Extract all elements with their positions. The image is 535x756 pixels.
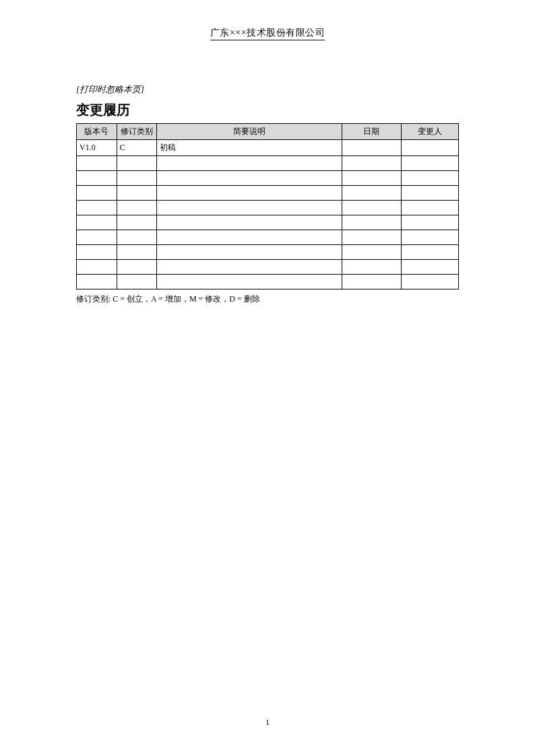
cell-summary [157, 201, 342, 215]
cell-version [77, 230, 117, 245]
cell-summary [157, 245, 342, 260]
cell-version [77, 201, 117, 215]
cell-owner [401, 171, 458, 186]
cell-revtype [117, 275, 157, 289]
cell-owner [401, 275, 458, 289]
cell-summary [157, 215, 342, 230]
cell-version [77, 171, 117, 186]
company-header: 广东×××技术股份有限公司 [76, 27, 459, 42]
cell-owner [401, 230, 458, 245]
th-date: 日期 [342, 124, 402, 140]
cell-revtype [117, 156, 157, 171]
table-row [77, 186, 459, 201]
table-row [77, 215, 459, 230]
cell-date [342, 201, 402, 215]
cell-date [342, 186, 402, 201]
cell-owner [401, 156, 458, 171]
cell-date [342, 171, 402, 186]
cell-revtype [117, 171, 157, 186]
skip-print-note: [打印时忽略本页] [76, 83, 459, 96]
cell-summary [157, 171, 342, 186]
cell-owner [401, 186, 458, 201]
cell-date [342, 215, 402, 230]
th-owner: 变更人 [401, 124, 458, 140]
cell-summary [157, 230, 342, 245]
cell-summary [157, 156, 342, 171]
cell-version: V1.0 [77, 140, 117, 156]
cell-revtype: C [117, 140, 157, 156]
cell-date [342, 245, 402, 260]
cell-owner [401, 140, 458, 156]
cell-version [77, 275, 117, 289]
cell-date [342, 140, 402, 156]
cell-summary: 初稿 [157, 140, 342, 156]
page-number: 1 [0, 718, 535, 728]
cell-version [77, 260, 117, 275]
cell-summary [157, 260, 342, 275]
change-history-table: 版本号 修订类别 简要说明 日期 变更人 V1.0 C 初稿 [76, 123, 459, 289]
cell-revtype [117, 186, 157, 201]
table-row [77, 245, 459, 260]
table-row [77, 171, 459, 186]
document-page: 广东×××技术股份有限公司 [打印时忽略本页] 变更履历 版本号 修订类别 简要… [0, 0, 535, 305]
cell-date [342, 275, 402, 289]
cell-revtype [117, 230, 157, 245]
table-row: V1.0 C 初稿 [77, 140, 459, 156]
cell-revtype [117, 215, 157, 230]
table-row [77, 230, 459, 245]
cell-owner [401, 245, 458, 260]
section-title: 变更履历 [76, 101, 459, 119]
cell-version [77, 156, 117, 171]
th-version: 版本号 [77, 124, 117, 140]
cell-summary [157, 275, 342, 289]
cell-summary [157, 186, 342, 201]
table-row [77, 275, 459, 289]
table-row [77, 201, 459, 215]
cell-date [342, 156, 402, 171]
table-row [77, 156, 459, 171]
cell-owner [401, 201, 458, 215]
revision-legend: 修订类别: C = 创立，A = 增加，M = 修改，D = 删除 [76, 294, 459, 305]
cell-version [77, 215, 117, 230]
table-row [77, 260, 459, 275]
cell-revtype [117, 201, 157, 215]
cell-revtype [117, 260, 157, 275]
th-revtype: 修订类别 [117, 124, 157, 140]
cell-date [342, 230, 402, 245]
cell-date [342, 260, 402, 275]
cell-version [77, 245, 117, 260]
th-summary: 简要说明 [157, 124, 342, 140]
cell-owner [401, 260, 458, 275]
table-header-row: 版本号 修订类别 简要说明 日期 变更人 [77, 124, 459, 140]
cell-owner [401, 215, 458, 230]
cell-revtype [117, 245, 157, 260]
cell-version [77, 186, 117, 201]
